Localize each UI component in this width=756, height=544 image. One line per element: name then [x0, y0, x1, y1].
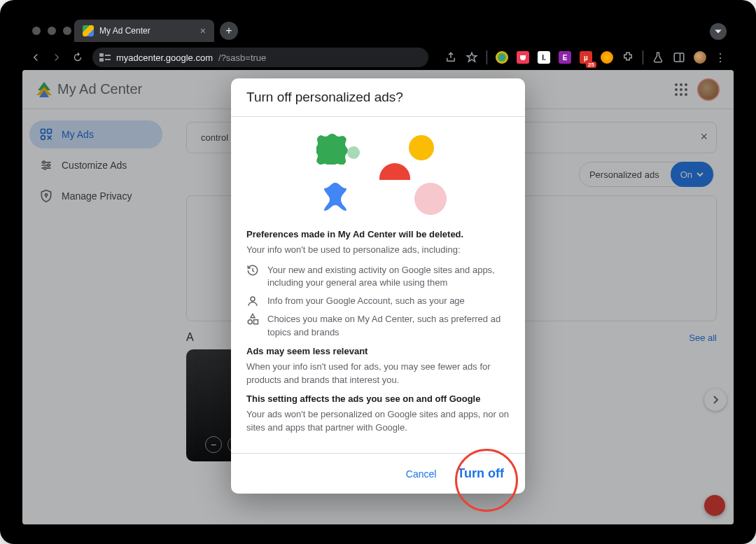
svg-rect-4 — [674, 53, 684, 62]
site-settings-icon[interactable] — [99, 53, 111, 62]
svg-rect-2 — [105, 55, 111, 56]
bullet-text: Info from your Google Account, such as y… — [267, 295, 465, 307]
labs-icon[interactable] — [652, 51, 664, 64]
extension-icon[interactable]: E — [559, 51, 571, 64]
svg-point-17 — [251, 297, 255, 301]
page-viewport: My Ad Center My Ads Customize Ads Manage… — [22, 70, 734, 524]
person-icon — [246, 295, 259, 307]
extension-adblock-icon[interactable]: µ — [580, 51, 592, 64]
dialog-section-title: Ads may seem less relevant — [246, 346, 510, 356]
tab-favicon — [83, 25, 94, 36]
dialog-bullet-list: Your new and existing activity on Google… — [246, 264, 510, 339]
svg-rect-3 — [105, 59, 111, 60]
dialog-title: Turn off personalized ads? — [246, 90, 510, 105]
svg-rect-1 — [99, 58, 104, 62]
window-controls[interactable] — [32, 27, 71, 35]
bullet-text: Your new and existing activity on Google… — [267, 264, 510, 289]
forward-icon[interactable] — [50, 51, 63, 64]
traffic-light-close[interactable] — [32, 27, 41, 35]
extensions-icon[interactable] — [622, 51, 634, 64]
browser-window: My Ad Center × + myadcenter.google.com/?… — [0, 0, 756, 544]
extension-icon[interactable] — [496, 51, 508, 64]
svg-rect-0 — [99, 53, 104, 57]
side-panel-icon[interactable] — [673, 51, 685, 64]
extension-pocket-icon[interactable] — [517, 51, 529, 64]
reload-icon[interactable] — [71, 51, 84, 64]
dialog-intro: Your info won't be used to personalize a… — [246, 244, 510, 257]
toolbar-right: I. E µ ⋮ — [444, 50, 727, 64]
tab-close-icon[interactable]: × — [200, 25, 206, 36]
profile-avatar-icon[interactable] — [694, 51, 706, 64]
url-host: myadcenter.google.com — [116, 53, 213, 63]
history-icon — [246, 264, 259, 289]
svg-rect-19 — [254, 320, 258, 324]
new-tab-button[interactable]: + — [220, 22, 238, 40]
dialog-section-body: Your ads won't be personalized on Google… — [246, 408, 510, 435]
tab-active[interactable]: My Ad Center × — [74, 20, 214, 42]
url-path: /?sasb=true — [218, 53, 266, 63]
tabs-overflow-button[interactable] — [710, 23, 727, 40]
dialog-subheading: Preferences made in My Ad Center will be… — [246, 229, 510, 239]
address-bar[interactable]: myadcenter.google.com/?sasb=true — [92, 48, 428, 67]
tab-strip: My Ad Center × + — [74, 18, 728, 43]
traffic-light-min[interactable] — [48, 27, 56, 35]
dialog-section-title: This setting affects the ads you see on … — [246, 393, 510, 404]
category-icon — [246, 313, 259, 338]
back-icon[interactable] — [29, 51, 42, 64]
dialog-illustration — [246, 125, 510, 223]
dialog-body: Preferences made in My Ad Center will be… — [231, 117, 525, 453]
toolbar-separator — [486, 50, 487, 64]
turn-off-button[interactable]: Turn off — [449, 461, 512, 487]
traffic-light-max[interactable] — [63, 27, 71, 35]
dialog-footer: Cancel Turn off — [231, 453, 525, 494]
extension-icon[interactable]: I. — [538, 51, 550, 64]
share-icon[interactable] — [444, 51, 457, 64]
bookmark-icon[interactable] — [465, 51, 478, 64]
toolbar: myadcenter.google.com/?sasb=true I. E µ … — [22, 45, 734, 70]
cancel-button[interactable]: Cancel — [398, 461, 445, 487]
svg-point-18 — [248, 320, 252, 324]
dialog-section-body: When your info isn't used for ads, you m… — [246, 361, 510, 387]
tab-title: My Ad Center — [99, 26, 195, 36]
toolbar-separator — [643, 50, 643, 64]
bullet-text: Choices you make on My Ad Center, such a… — [267, 313, 510, 338]
confirm-dialog: Turn off personalized ads? Preferences m… — [231, 78, 525, 494]
browser-menu-icon[interactable]: ⋮ — [715, 51, 727, 64]
extension-icon[interactable] — [601, 51, 613, 64]
